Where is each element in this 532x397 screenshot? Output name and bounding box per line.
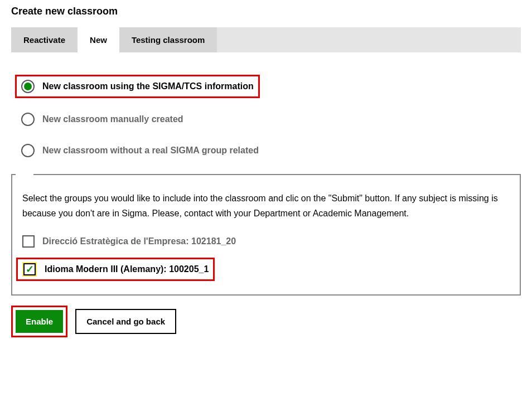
checkmark-icon: ✓ (26, 264, 34, 274)
checkbox-highlight: ✓ (22, 262, 37, 277)
radio-manual-row[interactable]: New classroom manually created (21, 113, 521, 126)
tab-new[interactable]: New (78, 27, 119, 52)
radio-icon (21, 113, 35, 126)
radio-group: New classroom using the SIGMA/TCS inform… (11, 75, 521, 157)
checkbox-icon[interactable] (22, 235, 35, 248)
tab-reactivate[interactable]: Reactivate (11, 27, 78, 52)
group-row-2[interactable]: ✓ Idioma Modern III (Alemany): 100205_1 (16, 258, 215, 281)
radio-sigma-label: New classroom using the SIGMA/TCS inform… (42, 81, 254, 91)
radio-icon (21, 144, 35, 157)
enable-button-highlight: Enable (11, 306, 67, 337)
page-title: Create new classroom (11, 6, 521, 17)
group-label-1: Direcció Estratègica de l'Empresa: 10218… (42, 236, 236, 246)
tab-testing[interactable]: Testing classroom (119, 27, 217, 52)
tabs-bar: Reactivate New Testing classroom (11, 27, 521, 52)
cancel-button[interactable]: Cancel and go back (75, 309, 176, 334)
help-text: Select the groups you would like to incl… (22, 191, 510, 221)
radio-norel-row[interactable]: New classroom without a real SIGMA group… (21, 144, 521, 157)
enable-button[interactable]: Enable (16, 310, 63, 333)
group-label-2: Idioma Modern III (Alemany): 100205_1 (45, 264, 209, 274)
group-row-1[interactable]: Direcció Estratègica de l'Empresa: 10218… (22, 235, 510, 248)
button-row: Enable Cancel and go back (11, 306, 521, 337)
radio-norel-label: New classroom without a real SIGMA group… (42, 146, 259, 156)
radio-icon (21, 80, 35, 93)
groups-fieldset: Select the groups you would like to incl… (11, 174, 521, 296)
radio-manual-label: New classroom manually created (42, 114, 183, 124)
checkbox-icon[interactable]: ✓ (23, 263, 36, 275)
radio-sigma-row[interactable]: New classroom using the SIGMA/TCS inform… (15, 75, 260, 98)
